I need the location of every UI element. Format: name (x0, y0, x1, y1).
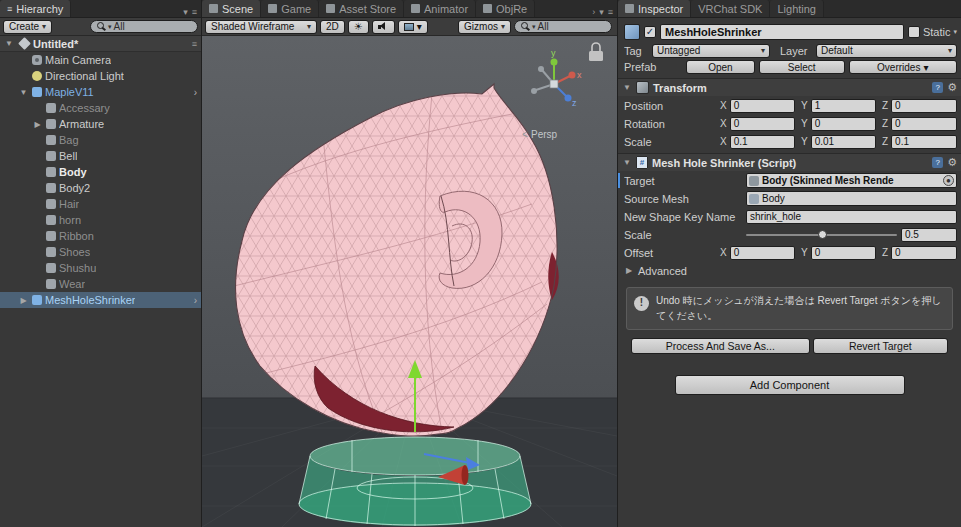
tab-scene[interactable]: Scene (202, 0, 261, 17)
draw-mode-dropdown[interactable]: Shaded Wireframe ▾ (205, 20, 317, 34)
panel-dropdown-icon[interactable]: ▾ (183, 7, 188, 17)
fold-open-icon[interactable]: ▼ (4, 39, 14, 48)
effects-dropdown[interactable]: ▾ (398, 20, 428, 34)
help-icon[interactable]: ? (932, 157, 943, 168)
hierarchy-item[interactable]: Body (0, 164, 201, 180)
fold-open-icon[interactable]: ▼ (622, 158, 632, 167)
gameobject-name-field[interactable]: MeshHoleShrinker (660, 24, 904, 40)
tab-vrchat-sdk[interactable]: VRChat SDK (691, 0, 770, 17)
scene-menu-icon[interactable]: ≡ (192, 39, 197, 49)
scale-slider-thumb[interactable] (818, 230, 827, 239)
script-icon: # (636, 156, 648, 169)
help-icon[interactable]: ? (932, 82, 943, 93)
scene-header-row[interactable]: ▼ Untitled* ≡ (0, 36, 201, 52)
revert-target-button[interactable]: Revert Target (813, 338, 948, 354)
active-checkbox[interactable]: ✓ (644, 26, 656, 38)
static-checkbox[interactable]: ✓ (908, 26, 920, 38)
search-icon (521, 22, 530, 31)
panel-menu-icon[interactable]: ≡ (608, 7, 613, 17)
process-save-button[interactable]: Process And Save As... (631, 338, 810, 354)
prefab-chevron-icon[interactable]: › (194, 87, 199, 98)
lighting-toggle[interactable]: ☀ (348, 20, 369, 34)
fold-open-icon[interactable]: ▼ (622, 83, 632, 92)
prefab-chevron-icon[interactable]: › (194, 295, 199, 306)
hierarchy-item[interactable]: ▶ MeshHoleShrinker › (0, 292, 201, 308)
scale-x-field[interactable]: 0.1 (730, 135, 795, 149)
prefab-select-button[interactable]: Select (759, 60, 845, 74)
tab-scroll-right-icon[interactable]: › (592, 7, 595, 17)
prefab-open-button[interactable]: Open (686, 60, 755, 74)
shrink-scale-row: Scale 0.5 (624, 226, 957, 243)
object-picker-icon[interactable]: ● (943, 175, 954, 186)
script-header[interactable]: ▼ # Mesh Hole Shrinker (Script) ? ⚙ (618, 153, 961, 171)
hierarchy-item[interactable]: Bell (0, 148, 201, 164)
rotation-x-field[interactable]: 0 (730, 117, 795, 131)
hierarchy-search-input[interactable]: ▾ All (90, 20, 198, 33)
hierarchy-item[interactable]: Accessary (0, 100, 201, 116)
transform-header[interactable]: ▼ Transform ? ⚙ (618, 78, 961, 96)
panel-menu-icon[interactable]: ≡ (192, 7, 197, 17)
add-component-button[interactable]: Add Component (675, 375, 905, 395)
persp-label[interactable]: Persp (531, 129, 558, 140)
hierarchy-item[interactable]: Bag (0, 132, 201, 148)
shrink-scale-field[interactable]: 0.5 (901, 228, 957, 242)
fold-icon[interactable]: ▶ (18, 296, 29, 305)
position-y-field[interactable]: 1 (811, 99, 876, 113)
hierarchy-item[interactable]: Body2 (0, 180, 201, 196)
scene-viewport[interactable]: x y z < Persp (202, 36, 617, 527)
2d-toggle[interactable]: 2D (320, 20, 345, 34)
target-row: Target Body (Skinned Mesh Rende ● (624, 172, 957, 189)
hierarchy-item[interactable]: Ribbon (0, 228, 201, 244)
tab-asset-store[interactable]: Asset Store (319, 0, 404, 17)
position-z-field[interactable]: 0 (891, 99, 957, 113)
hierarchy-item[interactable]: Hair (0, 196, 201, 212)
hierarchy-item[interactable]: Shoes (0, 244, 201, 260)
prefab-overrides-button[interactable]: Overrides ▾ (849, 60, 957, 74)
gameobject-icon (46, 119, 56, 129)
hierarchy-item[interactable]: horn (0, 212, 201, 228)
tab-animator[interactable]: Animator (404, 0, 476, 17)
offset-y-field[interactable]: 0 (811, 246, 876, 260)
shape-key-field[interactable]: shrink_hole (746, 210, 957, 224)
scale-y-field[interactable]: 0.01 (811, 135, 876, 149)
scale-slider[interactable] (746, 228, 897, 242)
scale-z-field[interactable]: 0.1 (891, 135, 957, 149)
hierarchy-item[interactable]: ▶ Armature (0, 116, 201, 132)
gizmos-dropdown[interactable]: Gizmos ▾ (458, 20, 511, 34)
fold-icon[interactable]: ▼ (18, 88, 29, 97)
panel-dropdown-icon[interactable]: ▾ (599, 7, 604, 17)
tab-hierarchy[interactable]: ≡ Hierarchy (0, 0, 71, 17)
target-object-field[interactable]: Body (Skinned Mesh Rende ● (746, 173, 957, 188)
fold-icon[interactable]: ▶ (32, 120, 43, 129)
tab-game[interactable]: Game (261, 0, 319, 17)
hierarchy-item-label: Main Camera (45, 54, 111, 66)
info-icon: ! (634, 296, 649, 311)
layer-dropdown[interactable]: Default ▾ (816, 44, 957, 58)
hierarchy-item[interactable]: Wear (0, 276, 201, 292)
scene-panel: Scene Game Asset Store Animator ObjRe › … (202, 0, 617, 527)
scene-search-input[interactable]: ▾ All (514, 20, 612, 33)
rotation-y-field[interactable]: 0 (811, 117, 876, 131)
create-button[interactable]: Create ▾ (3, 20, 52, 34)
scene-name: Untitled* (33, 38, 78, 50)
gear-icon[interactable]: ⚙ (947, 157, 957, 168)
hierarchy-item[interactable]: Shushu (0, 260, 201, 276)
offset-z-field[interactable]: 0 (891, 246, 957, 260)
source-mesh-object-field[interactable]: Body (746, 191, 957, 206)
rotation-z-field[interactable]: 0 (891, 117, 957, 131)
hierarchy-item[interactable]: Directional Light (0, 68, 201, 84)
audio-toggle[interactable] (372, 20, 395, 34)
static-caret-icon[interactable]: ▾ (953, 28, 957, 36)
cylinder-object[interactable] (299, 437, 531, 526)
offset-x-field[interactable]: 0 (730, 246, 795, 260)
hierarchy-item[interactable]: ▼ MapleV11 › (0, 84, 201, 100)
gear-icon[interactable]: ⚙ (947, 82, 957, 93)
advanced-foldout[interactable]: ▶ Advanced (624, 262, 957, 279)
tab-objre[interactable]: ObjRe (476, 0, 535, 17)
hierarchy-item[interactable]: Main Camera (0, 52, 201, 68)
tab-inspector[interactable]: Inspector (618, 0, 691, 17)
fold-closed-icon: ▶ (624, 266, 634, 275)
tab-lighting[interactable]: Lighting (770, 0, 824, 17)
tag-dropdown[interactable]: Untagged ▾ (652, 44, 770, 58)
position-x-field[interactable]: 0 (730, 99, 795, 113)
